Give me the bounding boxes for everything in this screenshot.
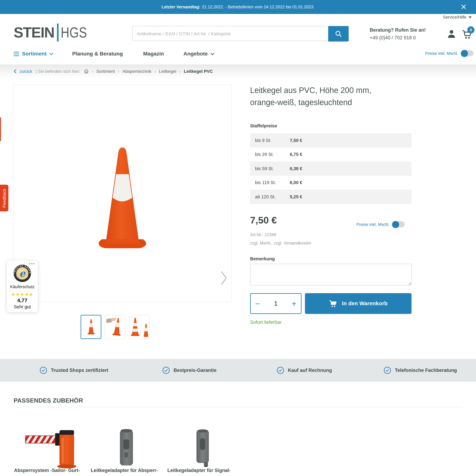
left-edge-accent [0, 118, 1, 141]
trusted-shops-widget[interactable]: ••• TRUSTED SHOPS ·GUARANTEE· e Käufersc… [7, 261, 38, 312]
search-button[interactable] [328, 26, 349, 42]
tier-row: bis 119 St. 6,00 € [250, 176, 411, 190]
accessory-3-title[interactable]: Leitkegeladapter für Signal- [167, 468, 231, 473]
rating-text: Sehr gut [7, 304, 38, 309]
vat-toggle-product[interactable]: Preise inkl. MwSt. [356, 221, 405, 227]
cart-button[interactable]: 0 [462, 29, 473, 39]
tier-row: bis 29 St. 6,75 € [250, 147, 411, 161]
service-help-label: Service/Hilfe [443, 15, 466, 19]
chevron-down-icon [50, 52, 53, 55]
accessory-1-title[interactable]: Absperrsystem -Sailor- Gurt- [14, 468, 80, 473]
breadcrumb-absperrtechnik[interactable]: Absperrtechnik [122, 69, 151, 74]
svg-text:e: e [19, 268, 26, 279]
accessories-divider [14, 407, 462, 407]
nav-planung-label: Planung & Beratung [72, 51, 123, 57]
tier-row: bis 59 St. 6,38 € [250, 161, 411, 176]
vat-toggle-header[interactable]: Preise inkl. MwSt. [425, 50, 474, 56]
breadcrumb-here-label: | Sie befinden sich hier: [35, 69, 80, 74]
phone-number: +49 (0)40 / 702 918 0 [370, 35, 426, 41]
feedback-tab[interactable]: Feedback [0, 185, 8, 211]
accessory-2-title[interactable]: Leitkegeladapter für Absperr- [91, 468, 158, 473]
search-input[interactable] [132, 26, 328, 41]
benefit-rechnung: Kauf auf Rechnung [277, 359, 332, 382]
add-to-cart-button[interactable]: In den Warenkorb [305, 293, 411, 314]
breadcrumb-back-link[interactable]: zurück [19, 69, 32, 74]
thumbnail-2[interactable] [105, 315, 125, 339]
product-image-box[interactable] [13, 85, 232, 302]
nav-planung-beratung[interactable]: Planung & Beratung [72, 51, 123, 57]
decrease-quantity-button[interactable]: − [251, 294, 264, 313]
star-rating-icons: ★★★★★ [7, 292, 38, 297]
breadcrumb-current: Leitkegel PVC [184, 69, 213, 74]
tier-price: 5,25 € [290, 194, 302, 199]
hamburger-icon [14, 51, 19, 56]
signal-adapter-icon [195, 429, 211, 467]
check-circle-icon [277, 367, 284, 374]
benefit-bestpreis: Bestpreis-Garantie [162, 359, 217, 382]
tier-qty: ab 120 St. [255, 194, 290, 199]
vat-toggle-product-label: Preise inkl. MwSt. [356, 222, 390, 227]
tier-row: bis 9 St. 7,50 € [250, 133, 411, 147]
search-bar [132, 26, 349, 42]
benefit-label: Bestpreis-Garantie [173, 368, 217, 373]
tier-price: 6,38 € [290, 166, 302, 171]
availability-status: Sofort lieferbar [250, 320, 282, 325]
check-circle-icon [384, 367, 391, 374]
announcement-bold: Letzter Versandtag: [161, 5, 200, 9]
cart-count-badge: 0 [467, 26, 475, 34]
accessory-3-image[interactable] [195, 429, 211, 469]
check-circle-icon [162, 367, 170, 374]
note-label: Bemerkung [250, 256, 275, 261]
nav-angebote-label: Angebote [184, 51, 208, 57]
chevron-down-icon [211, 52, 215, 55]
note-textarea[interactable] [250, 264, 411, 285]
widget-menu-icon[interactable]: ••• [29, 261, 35, 266]
tier-row: ab 120 St. 5,25 € [250, 190, 411, 204]
home-icon[interactable] [84, 69, 89, 74]
feedback-tab-label: Feedback [2, 188, 6, 207]
product-image-cone [77, 146, 167, 254]
search-icon [335, 30, 342, 37]
breadcrumb: zurück | Sie befinden sich hier: › Sorti… [14, 69, 213, 74]
check-circle-icon [40, 367, 47, 374]
close-icon[interactable] [460, 4, 467, 10]
accessory-1-image[interactable] [25, 429, 77, 470]
contact-block: Beratung? Rufen Sie an! +49 (0)40 / 702 … [370, 27, 426, 41]
account-button[interactable] [447, 29, 457, 39]
user-icon [447, 29, 457, 39]
accessory-2-image[interactable] [119, 428, 134, 469]
vat-toggle-switch[interactable] [392, 221, 405, 227]
quantity-stepper: − + [250, 293, 302, 314]
vat-toggle-switch[interactable] [461, 50, 474, 56]
article-number: Art-Nr.: 12349 [250, 232, 276, 237]
product-page: Letzter Versandtag: 21.12.2022. - Betrie… [0, 0, 476, 476]
nav-angebote[interactable]: Angebote [184, 51, 215, 57]
barrier-belt-system-icon [25, 429, 77, 469]
contact-headline: Beratung? Rufen Sie an! [370, 27, 426, 33]
increase-quantity-button[interactable]: + [287, 294, 301, 313]
quantity-input[interactable] [267, 300, 285, 307]
thumbnail-3[interactable] [129, 315, 150, 339]
vat-shipping-note: zzgl. MwSt., zzgl. Versandkosten [250, 241, 311, 245]
breadcrumb-leitkegel[interactable]: Leitkegel [159, 69, 176, 74]
card-divider [10, 291, 35, 291]
logo-hgs: HGS [61, 24, 87, 42]
breadcrumb-sortiment[interactable]: Sortiment [96, 69, 115, 74]
thumbnail-1[interactable] [81, 315, 101, 339]
logo-stein: STEIN [14, 24, 54, 42]
logo[interactable]: STEIN HGS [14, 24, 93, 42]
service-help-menu[interactable]: Service/Hilfe [443, 15, 472, 19]
tier-price-heading: Staffelpreise [250, 123, 277, 128]
rating-value: 4,77 [7, 298, 38, 304]
benefit-trusted-shops: Trusted Shops zertifiziert [40, 359, 108, 382]
nav-magazin[interactable]: Magazin [143, 51, 164, 57]
breadcrumb-separator: › [179, 69, 181, 74]
chevron-left-icon [14, 69, 17, 73]
announcement-rest: 21.12.2022. - Betriebsferien vom 24.12.2… [202, 5, 315, 9]
benefit-label: Telefonische Fachberatung [395, 368, 457, 373]
benefit-fachberatung: Telefonische Fachberatung [384, 359, 457, 382]
tier-price: 6,00 € [290, 180, 302, 185]
thumbnail-two-cones-icon [131, 317, 148, 337]
gallery-next-arrow[interactable] [220, 271, 228, 285]
nav-sortiment[interactable]: Sortiment [14, 51, 53, 57]
